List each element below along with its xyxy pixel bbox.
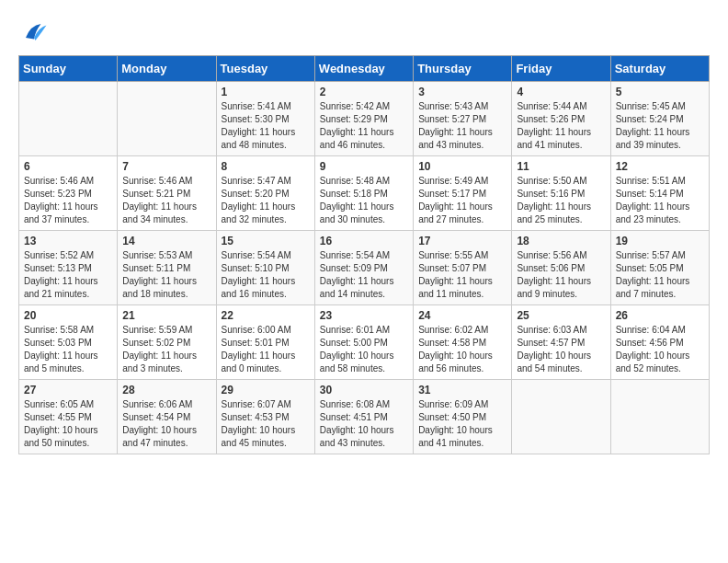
calendar-cell: 12Sunrise: 5:51 AM Sunset: 5:14 PM Dayli…	[610, 156, 709, 231]
day-number: 19	[616, 235, 704, 247]
calendar-table: SundayMondayTuesdayWednesdayThursdayFrid…	[18, 55, 710, 454]
column-header-friday: Friday	[512, 56, 610, 82]
cell-content: Sunrise: 5:48 AM Sunset: 5:18 PM Dayligh…	[320, 175, 408, 226]
calendar-cell: 4Sunrise: 5:44 AM Sunset: 5:26 PM Daylig…	[512, 82, 610, 156]
calendar-header-row: SundayMondayTuesdayWednesdayThursdayFrid…	[19, 56, 710, 82]
day-number: 21	[122, 309, 210, 322]
logo-bird-icon	[20, 18, 48, 46]
column-header-tuesday: Tuesday	[216, 56, 314, 82]
day-number: 12	[616, 160, 704, 173]
cell-content: Sunrise: 5:45 AM Sunset: 5:24 PM Dayligh…	[616, 100, 704, 152]
cell-content: Sunrise: 5:59 AM Sunset: 5:02 PM Dayligh…	[122, 324, 210, 375]
calendar-cell: 22Sunrise: 6:00 AM Sunset: 5:01 PM Dayli…	[216, 305, 314, 380]
cell-content: Sunrise: 6:08 AM Sunset: 4:51 PM Dayligh…	[320, 398, 408, 450]
calendar-cell: 1Sunrise: 5:41 AM Sunset: 5:30 PM Daylig…	[216, 82, 314, 156]
column-header-monday: Monday	[118, 56, 216, 82]
calendar-cell: 19Sunrise: 5:57 AM Sunset: 5:05 PM Dayli…	[610, 231, 709, 305]
calendar-cell	[118, 82, 216, 156]
day-number: 4	[517, 86, 605, 98]
cell-content: Sunrise: 5:56 AM Sunset: 5:06 PM Dayligh…	[517, 249, 605, 301]
day-number: 2	[320, 86, 408, 98]
calendar-cell: 9Sunrise: 5:48 AM Sunset: 5:18 PM Daylig…	[314, 156, 413, 231]
logo	[18, 18, 48, 46]
calendar-cell: 30Sunrise: 6:08 AM Sunset: 4:51 PM Dayli…	[314, 380, 413, 454]
cell-content: Sunrise: 5:49 AM Sunset: 5:17 PM Dayligh…	[418, 175, 506, 226]
calendar-cell: 26Sunrise: 6:04 AM Sunset: 4:56 PM Dayli…	[610, 305, 709, 380]
calendar-cell: 10Sunrise: 5:49 AM Sunset: 5:17 PM Dayli…	[414, 156, 512, 231]
calendar-cell: 27Sunrise: 6:05 AM Sunset: 4:55 PM Dayli…	[19, 380, 118, 454]
calendar-cell: 11Sunrise: 5:50 AM Sunset: 5:16 PM Dayli…	[512, 156, 610, 231]
calendar-week-row: 27Sunrise: 6:05 AM Sunset: 4:55 PM Dayli…	[19, 380, 710, 454]
calendar-week-row: 13Sunrise: 5:52 AM Sunset: 5:13 PM Dayli…	[19, 231, 710, 305]
cell-content: Sunrise: 5:47 AM Sunset: 5:20 PM Dayligh…	[222, 175, 310, 226]
calendar-cell: 24Sunrise: 6:02 AM Sunset: 4:58 PM Dayli…	[414, 305, 512, 380]
day-number: 9	[320, 160, 408, 173]
column-header-saturday: Saturday	[610, 56, 709, 82]
calendar-cell: 18Sunrise: 5:56 AM Sunset: 5:06 PM Dayli…	[512, 231, 610, 305]
calendar-cell: 20Sunrise: 5:58 AM Sunset: 5:03 PM Dayli…	[19, 305, 118, 380]
day-number: 18	[517, 235, 605, 247]
calendar-cell: 17Sunrise: 5:55 AM Sunset: 5:07 PM Dayli…	[414, 231, 512, 305]
day-number: 8	[222, 160, 310, 173]
calendar-cell: 15Sunrise: 5:54 AM Sunset: 5:10 PM Dayli…	[216, 231, 314, 305]
calendar-cell	[19, 82, 118, 156]
calendar-cell: 13Sunrise: 5:52 AM Sunset: 5:13 PM Dayli…	[19, 231, 118, 305]
day-number: 11	[517, 160, 605, 173]
day-number: 20	[24, 309, 112, 322]
day-number: 13	[24, 235, 112, 247]
cell-content: Sunrise: 5:46 AM Sunset: 5:23 PM Dayligh…	[24, 175, 112, 226]
calendar-cell: 31Sunrise: 6:09 AM Sunset: 4:50 PM Dayli…	[414, 380, 512, 454]
calendar-cell: 3Sunrise: 5:43 AM Sunset: 5:27 PM Daylig…	[414, 82, 512, 156]
day-number: 22	[222, 309, 310, 322]
calendar-cell	[610, 380, 709, 454]
day-number: 14	[122, 235, 210, 247]
day-number: 25	[517, 309, 605, 322]
cell-content: Sunrise: 5:54 AM Sunset: 5:10 PM Dayligh…	[222, 249, 310, 301]
calendar-cell: 29Sunrise: 6:07 AM Sunset: 4:53 PM Dayli…	[216, 380, 314, 454]
cell-content: Sunrise: 5:53 AM Sunset: 5:11 PM Dayligh…	[122, 249, 210, 301]
cell-content: Sunrise: 5:43 AM Sunset: 5:27 PM Dayligh…	[418, 100, 506, 152]
calendar-cell: 5Sunrise: 5:45 AM Sunset: 5:24 PM Daylig…	[610, 82, 709, 156]
day-number: 3	[418, 86, 506, 98]
calendar-week-row: 6Sunrise: 5:46 AM Sunset: 5:23 PM Daylig…	[19, 156, 710, 231]
day-number: 31	[418, 384, 506, 396]
cell-content: Sunrise: 5:54 AM Sunset: 5:09 PM Dayligh…	[320, 249, 408, 301]
day-number: 5	[616, 86, 704, 98]
cell-content: Sunrise: 5:55 AM Sunset: 5:07 PM Dayligh…	[418, 249, 506, 301]
day-number: 7	[122, 160, 210, 173]
cell-content: Sunrise: 5:57 AM Sunset: 5:05 PM Dayligh…	[616, 249, 704, 301]
cell-content: Sunrise: 5:42 AM Sunset: 5:29 PM Dayligh…	[320, 100, 408, 152]
calendar-cell: 21Sunrise: 5:59 AM Sunset: 5:02 PM Dayli…	[118, 305, 216, 380]
cell-content: Sunrise: 6:03 AM Sunset: 4:57 PM Dayligh…	[517, 324, 605, 375]
day-number: 10	[418, 160, 506, 173]
day-number: 6	[24, 160, 112, 173]
column-header-thursday: Thursday	[414, 56, 512, 82]
cell-content: Sunrise: 6:05 AM Sunset: 4:55 PM Dayligh…	[24, 398, 112, 450]
day-number: 26	[616, 309, 704, 322]
cell-content: Sunrise: 5:50 AM Sunset: 5:16 PM Dayligh…	[517, 175, 605, 226]
cell-content: Sunrise: 5:58 AM Sunset: 5:03 PM Dayligh…	[24, 324, 112, 375]
day-number: 28	[122, 384, 210, 396]
calendar-cell: 16Sunrise: 5:54 AM Sunset: 5:09 PM Dayli…	[314, 231, 413, 305]
cell-content: Sunrise: 6:02 AM Sunset: 4:58 PM Dayligh…	[418, 324, 506, 375]
calendar-cell: 28Sunrise: 6:06 AM Sunset: 4:54 PM Dayli…	[118, 380, 216, 454]
calendar-cell: 2Sunrise: 5:42 AM Sunset: 5:29 PM Daylig…	[314, 82, 413, 156]
calendar-cell	[512, 380, 610, 454]
day-number: 15	[222, 235, 310, 247]
cell-content: Sunrise: 6:04 AM Sunset: 4:56 PM Dayligh…	[616, 324, 704, 375]
page-header	[18, 18, 710, 46]
cell-content: Sunrise: 6:06 AM Sunset: 4:54 PM Dayligh…	[122, 398, 210, 450]
cell-content: Sunrise: 6:07 AM Sunset: 4:53 PM Dayligh…	[222, 398, 310, 450]
day-number: 27	[24, 384, 112, 396]
day-number: 17	[418, 235, 506, 247]
calendar-week-row: 1Sunrise: 5:41 AM Sunset: 5:30 PM Daylig…	[19, 82, 710, 156]
calendar-cell: 7Sunrise: 5:46 AM Sunset: 5:21 PM Daylig…	[118, 156, 216, 231]
calendar-cell: 14Sunrise: 5:53 AM Sunset: 5:11 PM Dayli…	[118, 231, 216, 305]
day-number: 23	[320, 309, 408, 322]
day-number: 1	[222, 86, 310, 98]
cell-content: Sunrise: 5:51 AM Sunset: 5:14 PM Dayligh…	[616, 175, 704, 226]
column-header-sunday: Sunday	[19, 56, 118, 82]
cell-content: Sunrise: 5:46 AM Sunset: 5:21 PM Dayligh…	[122, 175, 210, 226]
calendar-cell: 6Sunrise: 5:46 AM Sunset: 5:23 PM Daylig…	[19, 156, 118, 231]
cell-content: Sunrise: 5:44 AM Sunset: 5:26 PM Dayligh…	[517, 100, 605, 152]
